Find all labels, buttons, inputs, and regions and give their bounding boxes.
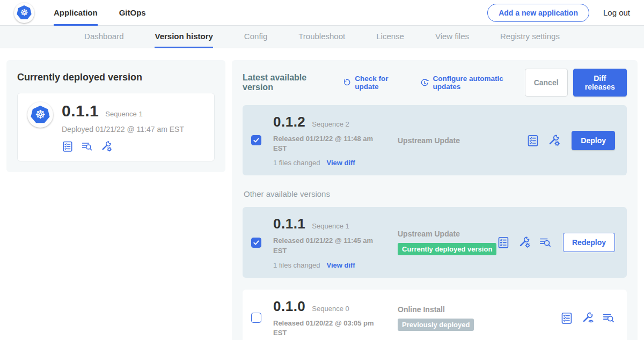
other-available-versions-title: Other available versions (243, 189, 627, 198)
version-number: 0.1.0 (273, 298, 305, 315)
preflight-checklist-icon[interactable] (560, 312, 573, 324)
redeploy-button[interactable]: Redeploy (563, 233, 615, 252)
version-source-label: Online Install (398, 305, 560, 314)
tab-license[interactable]: License (376, 26, 404, 48)
tab-registry-settings[interactable]: Registry settings (500, 26, 560, 48)
currently-deployed-badge: Currently deployed version (398, 243, 496, 255)
preflight-checklist-icon[interactable] (497, 236, 510, 249)
released-timestamp: Released 01/21/22 @ 11:48 am EST (273, 134, 375, 153)
preflight-checklist-icon[interactable] (526, 134, 539, 147)
cancel-button[interactable]: Cancel (525, 69, 568, 97)
diff-releases-button[interactable]: Diff releases (573, 69, 627, 97)
tab-dashboard[interactable]: Dashboard (84, 26, 123, 48)
tab-version-history[interactable]: Version history (155, 26, 213, 48)
sequence-label: Sequence 0 (312, 305, 349, 313)
check-for-update-link[interactable]: Check for update (342, 75, 409, 91)
app-icon: ☸ (27, 102, 53, 128)
sequence-label: Sequence 1 (312, 222, 349, 230)
main-content: Currently deployed version ☸ 0.1.1 Seque… (0, 48, 644, 340)
tab-troubleshoot[interactable]: Troubleshoot (298, 26, 345, 48)
edit-config-icon[interactable] (100, 141, 112, 152)
version-checkbox[interactable] (251, 238, 261, 248)
latest-available-title: Latest available version (243, 73, 332, 92)
currently-deployed-panel: Currently deployed version ☸ 0.1.1 Seque… (6, 60, 225, 172)
deployed-timestamp: Deployed 01/21/22 @ 11:47 am EST (62, 125, 184, 134)
deployed-version-card: ☸ 0.1.1 Sequence 1 Deployed 01/21/22 @ 1… (17, 93, 215, 161)
edit-config-icon[interactable] (547, 134, 560, 147)
view-diff-link[interactable]: View diff (326, 159, 355, 167)
preflight-checklist-icon[interactable] (62, 141, 74, 152)
logout-button[interactable]: Log out (603, 8, 630, 17)
version-checkbox[interactable] (251, 135, 261, 145)
refresh-icon (342, 78, 351, 87)
released-timestamp: Released 01/21/22 @ 11:45 am EST (273, 236, 375, 255)
tab-gitops[interactable]: GitOps (119, 0, 146, 26)
version-number: 0.1.1 (273, 216, 305, 232)
deployed-version-number: 0.1.1 (62, 102, 99, 120)
check-icon (252, 136, 260, 144)
previously-deployed-badge: Previously deployed (398, 319, 474, 331)
available-versions-panel: Latest available version Check for updat… (232, 60, 638, 340)
deployed-sequence-label: Sequence 1 (105, 110, 142, 118)
sequence-label: Sequence 2 (312, 120, 349, 128)
top-nav: ☸ Application GitOps Add a new applicati… (0, 0, 644, 26)
deploy-logs-icon[interactable] (602, 312, 615, 324)
tab-application[interactable]: Application (54, 0, 98, 26)
view-config-icon[interactable] (581, 312, 594, 324)
available-versions-header: Latest available version Check for updat… (243, 69, 627, 97)
deploy-button[interactable]: Deploy (572, 131, 615, 150)
version-row-0-1-2: 0.1.2 Sequence 2 Released 01/21/22 @ 11:… (243, 105, 627, 175)
tab-config[interactable]: Config (244, 26, 267, 48)
version-row-0-1-0: 0.1.0 Sequence 0 Released 01/20/22 @ 03:… (243, 290, 627, 340)
version-row-0-1-1: 0.1.1 Sequence 1 Released 01/21/22 @ 11:… (243, 207, 627, 277)
released-timestamp: Released 01/20/22 @ 03:05 pm EST (273, 319, 375, 338)
kubernetes-heptagon-icon: ☸ (31, 106, 50, 124)
tab-view-files[interactable]: View files (435, 26, 469, 48)
check-icon (252, 239, 260, 247)
edit-config-icon[interactable] (518, 236, 531, 249)
clock-refresh-icon (420, 78, 429, 88)
add-new-application-button[interactable]: Add a new application (487, 4, 589, 22)
configure-automatic-updates-link[interactable]: Configure automatic updates (420, 75, 524, 91)
deploy-logs-icon[interactable] (81, 141, 93, 152)
version-checkbox[interactable] (251, 313, 261, 323)
files-changed-label: 1 files changed (273, 261, 320, 269)
files-changed-label: 1 files changed (273, 159, 320, 167)
version-source-label: Upstream Update (398, 136, 526, 145)
view-diff-link[interactable]: View diff (326, 261, 355, 269)
kubernetes-logo: ☸ (14, 3, 34, 23)
app-sub-nav: Dashboard Version history Config Trouble… (0, 26, 644, 48)
version-number: 0.1.2 (273, 114, 305, 130)
deploy-logs-icon[interactable] (539, 236, 552, 249)
top-nav-tabs: Application GitOps (54, 0, 146, 26)
currently-deployed-title: Currently deployed version (17, 72, 215, 83)
version-source-label: Upstream Update (398, 230, 497, 238)
kubernetes-heptagon-icon: ☸ (17, 5, 32, 20)
